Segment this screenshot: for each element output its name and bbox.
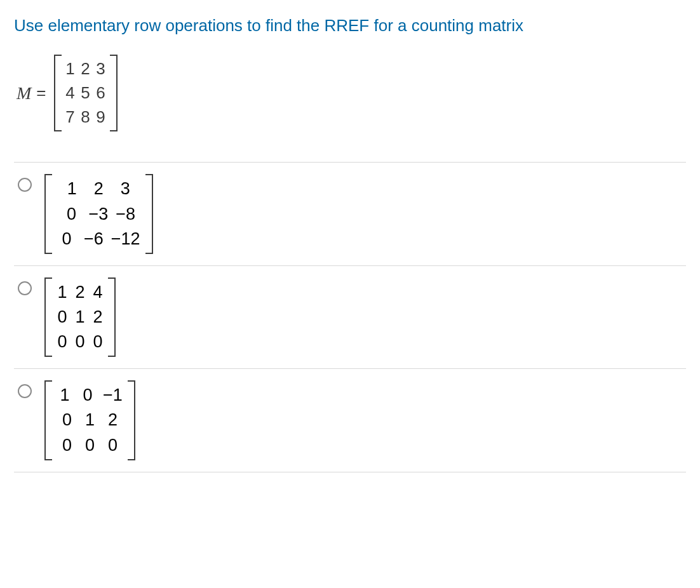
matrix-cell: 0	[53, 227, 80, 251]
option-matrix: 124012000	[44, 277, 116, 357]
matrix-row: 012	[53, 305, 107, 330]
matrix-cell: 1	[53, 383, 76, 408]
bracket-left-icon	[44, 277, 52, 357]
answer-option[interactable]: 10−1012000	[14, 369, 686, 472]
matrix-cell: 8	[78, 105, 93, 130]
matrix-cell: 0	[53, 305, 71, 330]
matrix-cell: 0	[78, 433, 101, 458]
option-matrix-body: 10−1012000	[52, 380, 128, 460]
matrix-row: 0−6−12	[53, 227, 144, 251]
matrix-row: 123	[53, 177, 144, 201]
matrix-cell: 3	[93, 57, 109, 81]
bracket-right-icon	[108, 277, 116, 357]
radio-button[interactable]	[18, 281, 32, 295]
matrix-cell: −3	[85, 202, 112, 227]
matrix-row: 000	[53, 330, 107, 354]
answer-option[interactable]: 1230−3−80−6−12	[14, 162, 686, 265]
matrix-cell: 1	[53, 280, 71, 305]
option-matrix-body: 124012000	[52, 277, 108, 357]
matrix-cell: 1	[78, 408, 101, 432]
matrix-row: 123	[63, 57, 109, 81]
matrix-cell: 0	[58, 202, 85, 227]
bracket-left-icon	[54, 55, 62, 131]
matrix-cell: 4	[63, 81, 78, 105]
matrix-cell: 2	[71, 280, 89, 305]
matrix-cell: 7	[63, 105, 78, 130]
matrix-cell: 5	[78, 81, 93, 105]
matrix-row: 456	[63, 81, 109, 105]
matrix-cell: −1	[99, 383, 126, 408]
problem-matrix-body: 123456789	[62, 55, 110, 131]
matrix-label: M	[17, 83, 31, 104]
matrix-row: 0−3−8	[53, 202, 144, 227]
matrix-cell: 4	[89, 280, 107, 305]
matrix-cell: 1	[58, 177, 85, 201]
matrix-row: 10−1	[53, 383, 126, 408]
matrix-cell: 6	[93, 81, 109, 105]
matrix-cell: −12	[107, 227, 144, 251]
option-matrix-body: 1230−3−80−6−12	[52, 174, 145, 253]
answer-option[interactable]: 124012000	[14, 266, 686, 369]
bracket-left-icon	[44, 380, 52, 460]
bracket-right-icon	[110, 55, 118, 131]
matrix-cell: −8	[112, 202, 139, 227]
problem-matrix-equation: M = 123456789	[14, 55, 686, 131]
matrix-cell: 2	[85, 177, 112, 201]
matrix-cell: 2	[78, 57, 93, 81]
bracket-right-icon	[145, 174, 153, 253]
matrix-cell: 0	[76, 383, 99, 408]
matrix-cell: 3	[112, 177, 138, 201]
matrix-cell: 0	[101, 433, 124, 458]
matrix-row: 000	[53, 433, 126, 458]
bracket-right-icon	[128, 380, 135, 460]
matrix-cell: 1	[63, 57, 78, 81]
matrix-cell: −6	[80, 227, 107, 251]
matrix-cell: 9	[93, 105, 109, 130]
option-matrix: 1230−3−80−6−12	[44, 174, 153, 253]
problem-matrix: 123456789	[54, 55, 118, 131]
matrix-row: 012	[53, 408, 126, 432]
matrix-cell: 1	[71, 305, 89, 330]
matrix-cell: 0	[71, 330, 89, 354]
matrix-cell: 0	[53, 330, 71, 354]
matrix-cell: 0	[55, 433, 78, 458]
matrix-cell: 2	[89, 305, 107, 330]
matrix-row: 124	[53, 280, 107, 305]
matrix-cell: 0	[55, 408, 78, 432]
bracket-left-icon	[44, 174, 52, 253]
matrix-row: 789	[63, 105, 109, 130]
options-list: 1230−3−80−6−1212401200010−1012000	[14, 162, 686, 472]
radio-button[interactable]	[18, 384, 32, 398]
matrix-cell: 0	[89, 330, 107, 354]
matrix-cell: 2	[101, 408, 124, 432]
matrix-equals: =	[36, 83, 46, 103]
question-prompt: Use elementary row operations to find th…	[14, 14, 686, 37]
option-matrix: 10−1012000	[44, 380, 135, 460]
radio-button[interactable]	[18, 178, 32, 192]
